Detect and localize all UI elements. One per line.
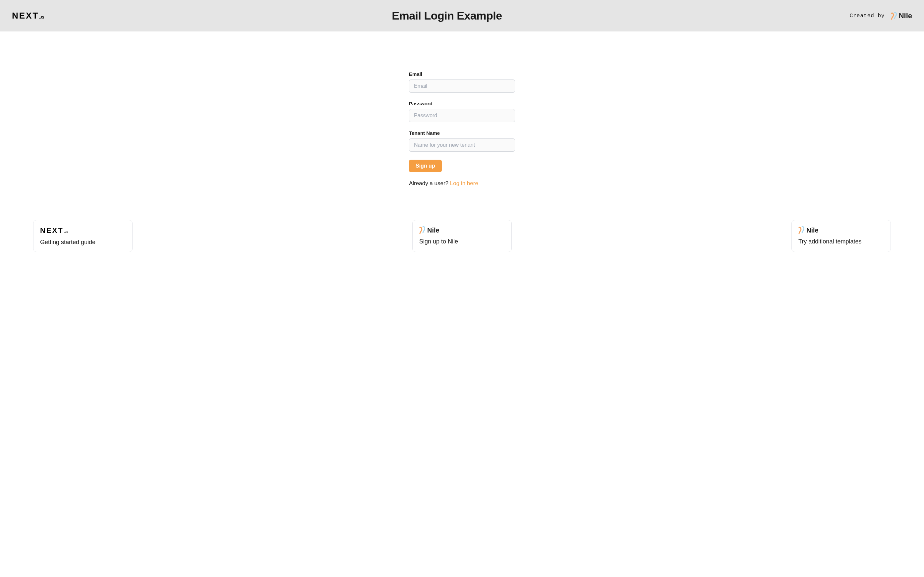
tenant-field-group: Tenant Name [409, 130, 515, 152]
login-line: Already a user? Log in here [409, 180, 515, 187]
already-user-text: Already a user? [409, 180, 450, 187]
card-label: Try additional templates [798, 238, 884, 245]
card-label: Getting started guide [40, 239, 126, 246]
nile-logo-text: Nile [899, 11, 912, 20]
tenant-label: Tenant Name [409, 130, 515, 136]
email-label: Email [409, 71, 515, 77]
password-field-group: Password [409, 101, 515, 122]
nextjs-logo-suffix: .JS [39, 16, 44, 19]
card-label: Sign up to Nile [419, 238, 505, 245]
card-signup-nile[interactable]: Nile Sign up to Nile [412, 220, 512, 252]
nextjs-logo-main: NEXT [40, 226, 64, 235]
nile-logo: Nile [891, 11, 912, 20]
page-title: Email Login Example [392, 9, 502, 22]
created-by-text: Created by [850, 13, 885, 19]
nile-logo: Nile [419, 226, 439, 234]
signup-button[interactable]: Sign up [409, 160, 442, 172]
nile-logo-text: Nile [427, 227, 439, 234]
card-logo-row: Nile [419, 226, 505, 234]
cards-section: NEXT.JS Getting started guide Nile Sign … [0, 207, 924, 272]
password-input[interactable] [409, 109, 515, 122]
signup-form: Email Password Tenant Name Sign up Alrea… [409, 71, 515, 187]
header: NEXT.JS Email Login Example Created by N… [0, 0, 924, 31]
nextjs-logo: NEXT.JS [40, 226, 68, 235]
nextjs-logo-main: NEXT [12, 11, 39, 21]
card-getting-started[interactable]: NEXT.JS Getting started guide [33, 220, 132, 252]
card-templates[interactable]: Nile Try additional templates [792, 220, 891, 252]
nile-icon [419, 226, 425, 234]
created-by: Created by Nile [850, 11, 912, 20]
tenant-input[interactable] [409, 139, 515, 152]
nile-icon [891, 12, 897, 20]
card-logo-row: NEXT.JS [40, 226, 126, 235]
email-input[interactable] [409, 79, 515, 93]
nile-logo: Nile [798, 226, 819, 234]
nile-logo-text: Nile [806, 227, 819, 234]
password-label: Password [409, 101, 515, 106]
nextjs-logo: NEXT.JS [12, 11, 44, 21]
main: Email Password Tenant Name Sign up Alrea… [0, 31, 924, 207]
nextjs-logo-suffix: .JS [64, 230, 69, 234]
nile-icon [798, 226, 804, 234]
login-link[interactable]: Log in here [450, 180, 478, 187]
card-logo-row: Nile [798, 226, 884, 234]
email-field-group: Email [409, 71, 515, 93]
